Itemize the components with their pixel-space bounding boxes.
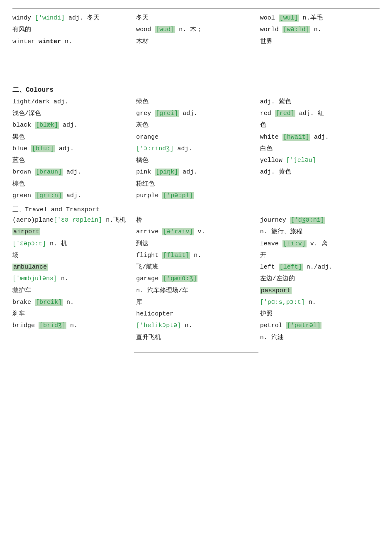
- phonetic-windy: ['windi]: [35, 15, 65, 22]
- entry-white-cn: 白色: [260, 144, 380, 154]
- entry-winter: winter winter n.: [12, 37, 132, 47]
- section1-col1: windy ['windi] adj. 冬天 有风的 winter winter…: [12, 13, 132, 48]
- cn-wood: 木；: [190, 26, 202, 33]
- word-white: white: [260, 134, 282, 141]
- entry-grey: grey [grei] adj.: [136, 108, 256, 119]
- phonetic-black: [blæk]: [36, 122, 58, 129]
- entry-helicopter: helicopter: [136, 309, 256, 320]
- word-arrive: arrive: [136, 228, 162, 235]
- entry-black-cn: 黑色: [12, 132, 132, 143]
- cn-arrive: 到达: [136, 240, 149, 247]
- pos-green: adj.: [63, 192, 81, 199]
- entry-orange-cn: 橘色: [136, 155, 256, 166]
- pos-journey: n.: [260, 228, 271, 235]
- word-wool: wool: [260, 15, 279, 22]
- entry-helicopter-cn: 直升飞机: [136, 333, 256, 343]
- top-divider: [12, 8, 380, 9]
- entry-flight-cn: 飞/航班: [136, 262, 256, 273]
- colours-grid: light/dark adj. 浅色/深色 black [blæk] adj. …: [12, 97, 380, 202]
- cn-red: 红: [318, 110, 324, 117]
- word-blue: blue: [12, 145, 31, 152]
- pos-aeroplane: n.: [102, 217, 113, 224]
- entry-airport: airport: [12, 227, 132, 237]
- cn-purple: 紫色: [279, 98, 291, 105]
- phonetic-garage: ['gærɑ:ʒ]: [163, 275, 197, 282]
- entry-purple-pos-cn: adj. 紫色: [260, 97, 380, 108]
- entry-windy-cn: 有风的: [12, 24, 132, 35]
- entry-red-cn2: 色: [260, 120, 380, 131]
- word-aeroplane: (aero)plane: [12, 217, 54, 224]
- section2: 二、Colours light/dark adj. 浅色/深色 black [b…: [12, 86, 380, 202]
- pos-petrol: n.: [260, 334, 271, 341]
- entry-arrive-cn: 到达: [136, 239, 256, 249]
- phonetic-leave: [li:v]: [283, 240, 306, 247]
- pos-garage: n.: [136, 287, 147, 294]
- phonetic-airport: ['ɛəpɔ:t]: [12, 240, 46, 247]
- phonetic-aeroplane: ['ɛə rəplein]: [54, 217, 102, 224]
- entry-left: left [left] n./adj.: [260, 262, 380, 273]
- colours-col1: light/dark adj. 浅色/深色 black [blæk] adj. …: [12, 97, 132, 202]
- cn-black: 黑色: [12, 134, 25, 141]
- word-bridge: bridge: [12, 322, 39, 329]
- phonetic-orange: ['ɔ:rindʒ]: [136, 145, 173, 152]
- phonetic-petrol: ['petrəl]: [287, 322, 321, 329]
- cn-leave: 离: [321, 240, 328, 247]
- entry-ambulance-phonetic: ['æmbjuləns] n.: [12, 274, 132, 284]
- cn-yellow: 黄色: [279, 169, 291, 176]
- cn-airport: 机: [61, 240, 67, 247]
- entry-airport-phonetic: ['ɛəpɔ:t] n. 机: [12, 239, 132, 249]
- entry-brake: brake [breik] n.: [12, 297, 132, 308]
- entry-passport-phonetic: ['pɑ:s,pɔ:t] n.: [260, 297, 380, 308]
- section1: windy ['windi] adj. 冬天 有风的 winter winter…: [12, 13, 380, 48]
- pos-brake: n.: [63, 299, 74, 306]
- pos-airport: n.: [46, 240, 61, 247]
- pos-arrive: v.: [194, 228, 205, 235]
- phonetic-green: [gri:n]: [36, 192, 62, 199]
- phonetic-wool: [wul]: [280, 15, 298, 22]
- entry-garage: garage ['gærɑ:ʒ]: [136, 274, 256, 284]
- phonetic-ambulance: ['æmbjuləns]: [12, 275, 57, 282]
- cn-flight: 飞/航班: [136, 264, 158, 271]
- word-ambulance: ambulance: [13, 264, 47, 271]
- word-flight: flight: [136, 252, 162, 259]
- entry-brake-cn: 刹车: [12, 309, 132, 320]
- transport-col2: 桥 arrive [ə'raiv] v. 到达 flight [flait] n…: [136, 215, 256, 344]
- entry-blue: blue [blu:] adj.: [12, 144, 132, 154]
- pos-passport: n.: [305, 299, 316, 306]
- entry-bridge-cn: 桥: [136, 215, 256, 226]
- transport-grid: (aero)plane['ɛə rəplein] n.飞机 airport ['…: [12, 215, 380, 344]
- pos-yellow: adj.: [260, 169, 279, 176]
- entry-brown-cn: 棕色: [12, 179, 132, 190]
- cn-garage2: 库: [136, 299, 142, 306]
- entry-wool: wool [wul] n.羊毛: [260, 13, 380, 24]
- transport-col1: (aero)plane['ɛə rəplein] n.飞机 airport ['…: [12, 215, 132, 344]
- entry-brown: brown [braun] adj.: [12, 167, 132, 178]
- cn-bridge: 桥: [136, 217, 142, 224]
- section2-title-en: Colours: [26, 86, 54, 94]
- word-lightdark: light/dark adj.: [12, 98, 68, 105]
- phonetic-passport: ['pɑ:s,pɔ:t]: [260, 299, 305, 306]
- cn-leave2: 开: [260, 252, 266, 259]
- word-red: red: [260, 110, 275, 117]
- entry-journey: journey ['dʒə:ni]: [260, 215, 380, 226]
- cn-journey: 旅行、旅程: [271, 228, 302, 235]
- entry-left-cn: 左边/左边的: [260, 274, 380, 284]
- entry-bridge: bridge [bridʒ] n.: [12, 320, 132, 331]
- pos-world: n.: [310, 26, 321, 33]
- cn-passport: 护照: [260, 311, 273, 318]
- cn-aeroplane: 飞机: [113, 217, 126, 224]
- entry-grey-cn: 灰色: [136, 120, 256, 131]
- phonetic-white: [hwait]: [283, 134, 309, 141]
- entry-orange-phonetic: ['ɔ:rindʒ] adj.: [136, 144, 256, 154]
- colours-col3: adj. 紫色 red [red] adj. 红 色 white [hwait]…: [260, 97, 380, 202]
- pos-black: adj.: [59, 122, 78, 129]
- entry-yellow: yellow ['jeləu]: [260, 155, 380, 166]
- entry-lightdark-cn: 浅色/深色: [12, 108, 132, 119]
- pos-purple: adj.: [260, 98, 279, 105]
- pos-white: adj.: [310, 134, 329, 141]
- pos-red: adj.: [295, 110, 318, 117]
- word-wood: wood: [136, 26, 155, 33]
- word-green: green: [12, 192, 35, 199]
- entry-windy: windy ['windi] adj. 冬天: [12, 13, 132, 24]
- word-world: world: [260, 26, 282, 33]
